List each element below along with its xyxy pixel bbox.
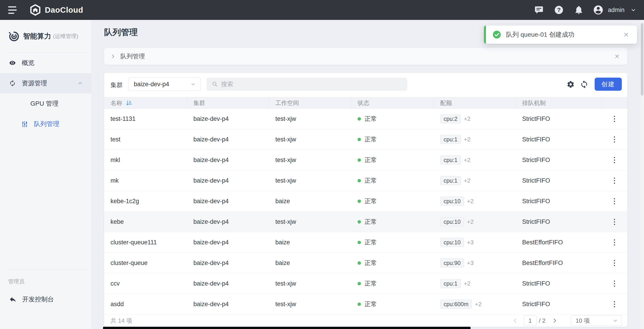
quota-badge: cpu:1 [440, 135, 461, 144]
status-dot-icon [358, 282, 361, 285]
create-button[interactable]: 创建 [595, 78, 622, 91]
workspace-cell: baize [269, 232, 351, 253]
page-size-select[interactable]: 10 项 [571, 316, 622, 326]
column-header-name: 名称 [104, 97, 187, 108]
cluster-cell: baize-dev-p4 [187, 253, 269, 273]
cluster-cell: baize-dev-p4 [187, 129, 269, 150]
status-dot-icon [358, 138, 361, 141]
sort-icon[interactable] [126, 100, 132, 106]
table-row[interactable]: mkbaize-dev-p4test-xjw正常cpu:1+2StrictFIF… [104, 170, 627, 191]
user-menu[interactable]: admin [593, 4, 636, 15]
mechanism-cell: StrictFIFO [516, 212, 602, 232]
status-cell: 正常 [351, 253, 434, 273]
sidebar-item-overview[interactable]: 概览 [0, 53, 91, 73]
mechanism-cell: BestEffortFIFO [516, 232, 602, 253]
queue-name-cell: cluster-queue111 [104, 232, 187, 253]
breadcrumb-close-icon[interactable] [614, 53, 620, 59]
mechanism-cell: BestEffortFIFO [516, 253, 602, 273]
table-row[interactable]: asddbaize-dev-p4test-xjw正常cpu:600m+2Stri… [104, 294, 627, 315]
row-actions-kebab-icon[interactable] [609, 155, 619, 165]
queue-name-cell: asdd [104, 294, 187, 314]
table-row[interactable]: kebebaize-dev-p4test-xjw正常cpu:10+2Strict… [104, 212, 627, 232]
sidebar-item-gpu-management[interactable]: GPU 管理 [0, 93, 91, 114]
status-cell: 正常 [351, 212, 434, 232]
status-cell: 正常 [351, 150, 434, 170]
hamburger-menu-icon[interactable] [8, 6, 18, 14]
mechanism-cell: StrictFIFO [516, 129, 602, 150]
status-cell: 正常 [351, 232, 434, 253]
prev-page-icon[interactable] [512, 318, 518, 324]
eye-icon [9, 59, 16, 66]
row-actions-kebab-icon[interactable] [609, 114, 619, 124]
actions-cell [602, 253, 627, 273]
column-header-actions [602, 97, 627, 108]
queue-name-cell: ccv [104, 273, 187, 294]
actions-cell [602, 273, 627, 294]
sidebar-item-resource-management[interactable]: 资源管理 [0, 73, 91, 93]
chevron-up-icon [77, 80, 83, 86]
chevron-down-icon [612, 318, 618, 323]
table-row[interactable]: kebe-1c2gbaize-dev-p4baize正常cpu:10+2Stri… [104, 191, 627, 212]
status-dot-icon [358, 241, 361, 244]
queue-icon [21, 121, 28, 127]
refresh-icon[interactable] [580, 80, 589, 89]
row-actions-kebab-icon[interactable] [609, 299, 619, 309]
breadcrumb-tab[interactable]: 队列管理 [104, 48, 627, 65]
help-icon[interactable]: ? [554, 5, 564, 15]
messages-icon[interactable] [534, 5, 544, 15]
page-number-input[interactable] [524, 316, 537, 326]
page-scrollbar-thumb[interactable] [641, 23, 643, 95]
row-actions-kebab-icon[interactable] [609, 176, 619, 186]
row-actions-kebab-icon[interactable] [609, 258, 619, 268]
table-row[interactable]: mklbaize-dev-p4test-xjw正常cpu:1+2StrictFI… [104, 150, 627, 170]
column-header-quota: 配额 [434, 97, 516, 108]
search-input[interactable] [221, 81, 393, 88]
cluster-cell: baize-dev-p4 [187, 273, 269, 294]
workspace-cell: test-xjw [269, 109, 351, 129]
actions-cell [602, 191, 627, 211]
table-row[interactable]: cluster-queue111baize-dev-p4baize正常cpu:1… [104, 232, 627, 253]
sidebar-item-queue-management[interactable]: 队列管理 [0, 114, 91, 134]
column-header-workspace: 工作空间 [269, 97, 351, 108]
table-header: 名称 集群 工作空间 状态 配额 排队机制 [104, 97, 627, 109]
mechanism-cell: StrictFIFO [516, 109, 602, 129]
topbar: DaoCloud ? admin [0, 0, 644, 20]
status-cell: 正常 [351, 109, 434, 129]
divider [8, 270, 88, 270]
table-row[interactable]: test-1131baize-dev-p4test-xjw正常cpu:2+2St… [104, 109, 627, 129]
quota-cell: cpu:90+3 [434, 253, 516, 273]
quota-cell: cpu:2+2 [434, 109, 516, 129]
quota-extra: +2 [475, 301, 482, 308]
page-scrollbar-track [640, 20, 644, 329]
quota-badge: cpu:1 [440, 155, 461, 164]
row-actions-kebab-icon[interactable] [609, 134, 619, 144]
toast-close-icon[interactable] [623, 31, 629, 38]
notifications-bell-icon[interactable] [574, 5, 584, 15]
cluster-cell: baize-dev-p4 [187, 212, 269, 232]
cluster-select[interactable]: baize-dev-p4 [128, 78, 201, 91]
sidebar-item-dev-console[interactable]: 开发控制台 [0, 289, 91, 310]
status-cell: 正常 [351, 273, 434, 294]
status-dot-icon [358, 303, 361, 306]
row-actions-kebab-icon[interactable] [609, 237, 619, 247]
quota-extra: +2 [467, 218, 474, 225]
cluster-cell: baize-dev-p4 [187, 109, 269, 129]
table-row[interactable]: testbaize-dev-p4test-xjw正常cpu:1+2StrictF… [104, 129, 627, 150]
status-cell: 正常 [351, 129, 434, 150]
page-size-value: 10 项 [576, 317, 590, 325]
check-circle-icon [492, 30, 501, 39]
next-page-icon[interactable] [552, 318, 558, 324]
settings-gear-icon[interactable] [566, 80, 575, 89]
status-dot-icon [358, 261, 361, 265]
product-suffix: (运维管理) [53, 32, 78, 40]
row-actions-kebab-icon[interactable] [609, 196, 619, 206]
quota-extra: +2 [464, 157, 470, 164]
table-row[interactable]: ccvbaize-dev-p4test-xjw正常cpu:1+2StrictFI… [104, 273, 627, 294]
table-body: test-1131baize-dev-p4test-xjw正常cpu:2+2St… [104, 109, 627, 315]
row-actions-kebab-icon[interactable] [609, 217, 619, 227]
workspace-cell: test-xjw [269, 170, 351, 191]
row-actions-kebab-icon[interactable] [609, 279, 619, 289]
workspace-cell: baize [269, 191, 351, 211]
table-row[interactable]: cluster-queuebaize-dev-p4baize正常cpu:90+3… [104, 253, 627, 273]
username: admin [608, 6, 624, 13]
